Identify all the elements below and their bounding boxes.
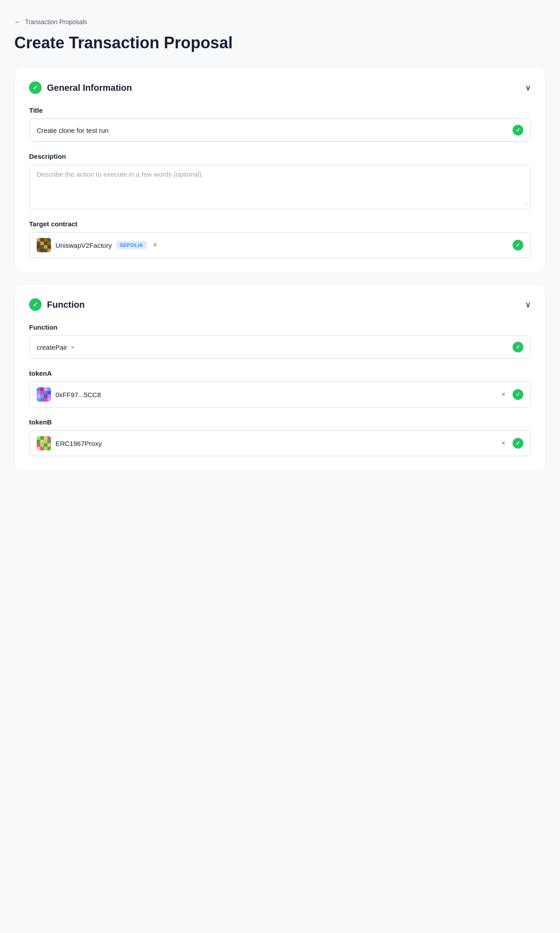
- tokenA-value: 0xFF97...5CC8: [55, 391, 501, 399]
- svg-rect-43: [37, 443, 40, 447]
- svg-rect-10: [40, 245, 44, 249]
- svg-rect-30: [37, 398, 40, 402]
- function-check-icon: [29, 298, 42, 311]
- general-info-header: General Information ∨: [29, 81, 531, 94]
- function-header-left: Function: [29, 298, 85, 311]
- svg-rect-27: [40, 394, 44, 398]
- tokenB-input[interactable]: ERC1967Proxy ×: [29, 430, 531, 456]
- svg-rect-47: [37, 447, 40, 450]
- svg-rect-40: [40, 440, 44, 443]
- back-link[interactable]: ← Transaction Proposals: [14, 18, 546, 26]
- svg-rect-14: [40, 249, 44, 252]
- svg-rect-1: [37, 238, 40, 242]
- tokenB-icon: [37, 436, 51, 450]
- svg-rect-12: [47, 245, 51, 249]
- page-title: Create Transaction Proposal: [14, 33, 546, 52]
- tokenB-label: tokenB: [29, 418, 531, 426]
- function-input[interactable]: createPair ×: [29, 335, 531, 359]
- svg-rect-25: [47, 391, 51, 394]
- svg-rect-38: [47, 436, 51, 440]
- tokenB-wrapper: ERC1967Proxy: [37, 436, 501, 450]
- function-tag: createPair ×: [37, 344, 509, 351]
- svg-rect-36: [40, 436, 44, 440]
- function-label: Function: [29, 323, 531, 331]
- title-input[interactable]: Create clone for test run: [29, 119, 531, 142]
- svg-rect-24: [44, 391, 47, 394]
- target-contract-field-group: Target contract: [29, 220, 531, 258]
- svg-rect-33: [47, 398, 51, 402]
- tokenA-field-group: tokenA: [29, 369, 531, 407]
- svg-rect-31: [40, 398, 44, 402]
- svg-rect-3: [44, 238, 47, 242]
- tokenA-icon: [37, 387, 51, 402]
- back-arrow-icon: ←: [14, 18, 21, 26]
- svg-rect-46: [47, 443, 51, 447]
- svg-rect-39: [37, 440, 40, 443]
- svg-rect-50: [47, 447, 51, 450]
- description-label: Description: [29, 153, 531, 160]
- contract-wrapper: UniswapV2Factory SEPOLIA ×: [37, 238, 509, 252]
- tokenB-remove-button[interactable]: ×: [501, 439, 505, 447]
- tokenA-controls: ×: [501, 389, 523, 400]
- svg-rect-23: [40, 391, 44, 394]
- svg-rect-8: [47, 242, 51, 245]
- tokenB-controls: ×: [501, 438, 523, 449]
- svg-rect-2: [40, 238, 44, 242]
- function-remove-button[interactable]: ×: [71, 344, 74, 351]
- general-info-title: General Information: [47, 83, 132, 93]
- svg-rect-32: [44, 398, 47, 402]
- svg-rect-21: [47, 387, 51, 391]
- general-info-header-left: General Information: [29, 81, 132, 94]
- description-placeholder: Describe the action to execute in a few …: [37, 170, 204, 178]
- svg-rect-7: [44, 242, 47, 245]
- tokenA-input[interactable]: 0xFF97...5CC8 ×: [29, 382, 531, 407]
- general-info-chevron-icon[interactable]: ∨: [525, 83, 531, 93]
- svg-rect-37: [44, 436, 47, 440]
- tokenA-wrapper: 0xFF97...5CC8: [37, 387, 501, 402]
- contract-name: UniswapV2Factory: [55, 242, 112, 249]
- function-card: Function ∨ Function createPair × tokenA: [14, 284, 546, 471]
- contract-icon: [37, 238, 51, 252]
- function-section-title: Function: [47, 300, 85, 310]
- svg-rect-22: [37, 391, 40, 394]
- tokenA-remove-button[interactable]: ×: [501, 390, 505, 399]
- contract-remove-button[interactable]: ×: [153, 241, 157, 249]
- svg-rect-45: [44, 443, 47, 447]
- svg-rect-16: [47, 249, 51, 252]
- svg-rect-6: [40, 242, 44, 245]
- description-input[interactable]: Describe the action to execute in a few …: [29, 165, 531, 209]
- contract-check-icon: [513, 240, 523, 250]
- function-header: Function ∨: [29, 298, 531, 311]
- tokenA-label: tokenA: [29, 369, 531, 377]
- resize-handle-icon: ⤡: [524, 201, 529, 207]
- title-value: Create clone for test run: [37, 126, 509, 135]
- tokenA-check-icon: [513, 389, 523, 400]
- tokenB-value: ERC1967Proxy: [55, 440, 501, 447]
- tokenB-field-group: tokenB: [29, 418, 531, 456]
- title-field-group: Title Create clone for test run: [29, 106, 531, 142]
- svg-rect-15: [44, 249, 47, 252]
- svg-rect-41: [44, 440, 47, 443]
- target-contract-label: Target contract: [29, 220, 531, 228]
- svg-rect-13: [37, 249, 40, 252]
- svg-rect-42: [47, 440, 51, 443]
- function-value: createPair: [37, 344, 67, 351]
- function-check-indicator: [513, 342, 523, 352]
- svg-rect-19: [40, 387, 44, 391]
- svg-rect-4: [47, 238, 51, 242]
- function-chevron-icon[interactable]: ∨: [525, 300, 531, 310]
- tokenB-check-icon: [513, 438, 523, 449]
- svg-rect-35: [37, 436, 40, 440]
- target-contract-input[interactable]: UniswapV2Factory SEPOLIA ×: [29, 232, 531, 258]
- svg-rect-48: [40, 447, 44, 450]
- svg-rect-49: [44, 447, 47, 450]
- general-info-check-icon: [29, 81, 42, 94]
- breadcrumb-label: Transaction Proposals: [25, 18, 87, 25]
- svg-rect-20: [44, 387, 47, 391]
- svg-rect-26: [37, 394, 40, 398]
- contract-network-badge: SEPOLIA: [116, 241, 147, 249]
- svg-rect-18: [37, 387, 40, 391]
- svg-rect-28: [44, 394, 47, 398]
- svg-rect-29: [47, 394, 51, 398]
- svg-rect-11: [44, 245, 47, 249]
